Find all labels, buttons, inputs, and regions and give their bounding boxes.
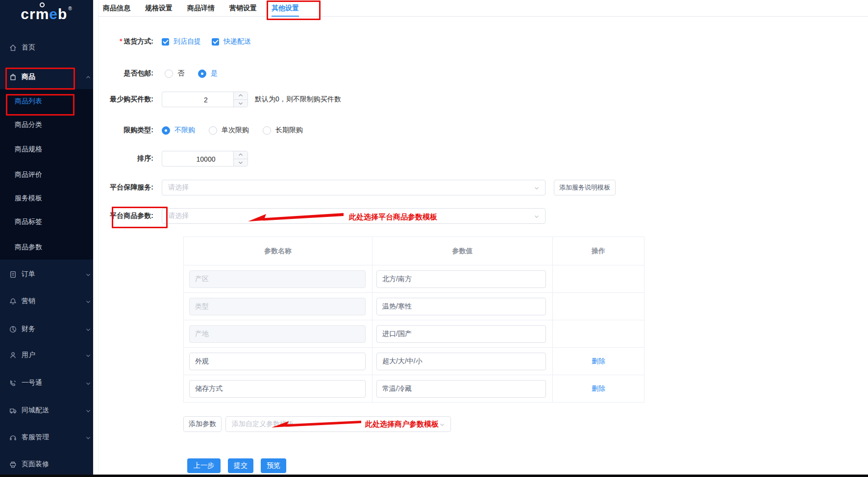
tab-spec-settings[interactable]: 规格设置 bbox=[145, 0, 173, 16]
sidebar-item-finance[interactable]: 财务 bbox=[0, 319, 93, 339]
tab-marketing-settings[interactable]: 营销设置 bbox=[229, 0, 257, 16]
sidebar-item-label: 客服管理 bbox=[22, 433, 49, 442]
field-label: 是否包邮: bbox=[93, 69, 153, 78]
chevron-down-icon bbox=[85, 298, 91, 306]
radio-label[interactable]: 否 bbox=[177, 69, 184, 78]
sidebar-item-label: 商品分类 bbox=[15, 120, 42, 129]
annotation-text-merchant-params: 此处选择商户参数模板 bbox=[365, 420, 439, 429]
radio-label[interactable]: 单次限购 bbox=[222, 126, 249, 135]
column-header-action: 操作 bbox=[553, 237, 644, 265]
sidebar-item-yihaotong[interactable]: 一号通 bbox=[0, 373, 93, 393]
param-name-input[interactable] bbox=[189, 380, 366, 398]
registered-mark: ® bbox=[68, 6, 72, 11]
sidebar-item-goods-spec[interactable]: 商品规格 bbox=[0, 140, 93, 159]
sidebar-item-label: 订单 bbox=[22, 270, 35, 279]
column-header-param-value: 参数值 bbox=[372, 237, 553, 265]
tab-goods-info[interactable]: 商品信息 bbox=[103, 0, 130, 16]
chevron-down-icon bbox=[85, 271, 91, 279]
increase-button[interactable] bbox=[234, 92, 248, 100]
logo-text-b: b bbox=[58, 6, 67, 22]
table-row bbox=[184, 320, 644, 348]
param-value-input[interactable] bbox=[376, 353, 546, 370]
sidebar-item-city-delivery[interactable]: 同城配送 bbox=[0, 401, 93, 420]
headset-icon bbox=[9, 433, 17, 442]
field-label: 限购类型: bbox=[93, 126, 153, 135]
sidebar-item-label: 财务 bbox=[22, 325, 35, 334]
add-param-button[interactable]: 添加参数 bbox=[183, 416, 222, 432]
table-header-row: 参数名称 参数值 操作 bbox=[184, 237, 644, 265]
decrease-button[interactable] bbox=[234, 159, 248, 167]
delete-row-link[interactable]: 删除 bbox=[592, 384, 605, 393]
tab-other-settings[interactable]: 其他设置 bbox=[272, 0, 299, 16]
sidebar-item-marketing[interactable]: 营销 bbox=[0, 291, 93, 311]
previous-step-button[interactable]: 上一步 bbox=[187, 458, 221, 473]
param-name-input[interactable] bbox=[189, 353, 366, 370]
sidebar: crmeb® 首页 商品 商品列表 商品分类 商品规格 商品评价 bbox=[0, 0, 93, 477]
chevron-up-icon bbox=[85, 74, 91, 82]
checkbox-store-pickup[interactable] bbox=[162, 38, 169, 46]
chevron-down-icon bbox=[439, 421, 445, 429]
sidebar-item-goods-list[interactable]: 商品列表 bbox=[0, 92, 93, 111]
logo-text-e: e bbox=[49, 6, 58, 22]
radio-label[interactable]: 长期限购 bbox=[275, 126, 303, 135]
sidebar-item-label: 同城配送 bbox=[22, 406, 49, 415]
param-value-input[interactable] bbox=[376, 298, 546, 315]
checkbox-label[interactable]: 到店自提 bbox=[174, 37, 201, 46]
sidebar-item-customer-service[interactable]: 客服管理 bbox=[0, 428, 93, 447]
sidebar-item-label: 商品列表 bbox=[15, 97, 42, 106]
param-value-input[interactable] bbox=[376, 270, 546, 288]
checkbox-label[interactable]: 快递配送 bbox=[223, 37, 251, 46]
sidebar-item-service-template[interactable]: 服务模板 bbox=[0, 189, 93, 208]
platform-service-select[interactable]: 请选择 bbox=[162, 180, 546, 195]
increase-button[interactable] bbox=[234, 151, 248, 159]
chevron-down-icon bbox=[85, 434, 91, 442]
param-value-input[interactable] bbox=[376, 380, 546, 398]
field-label: 平台保障服务: bbox=[93, 183, 153, 192]
radio-no-limit[interactable] bbox=[162, 126, 170, 135]
param-name-input bbox=[189, 325, 366, 343]
radio-label[interactable]: 是 bbox=[211, 69, 218, 78]
add-service-template-button[interactable]: 添加服务说明模板 bbox=[554, 180, 616, 195]
checkbox-express-delivery[interactable] bbox=[212, 38, 219, 46]
logo-text-m: m bbox=[36, 6, 50, 23]
delete-row-link[interactable]: 删除 bbox=[592, 357, 605, 366]
form-row-purchase-limit: 限购类型: 不限购 单次限购 长期限购 bbox=[93, 122, 317, 138]
radio-single-limit[interactable] bbox=[209, 126, 217, 135]
radio-free-shipping-yes[interactable] bbox=[198, 70, 206, 78]
brand-logo: crmeb® bbox=[0, 6, 93, 23]
form-row-platform-service: 平台保障服务: 请选择 添加服务说明模板 bbox=[93, 180, 616, 195]
sidebar-item-goods-tag[interactable]: 商品标签 bbox=[0, 212, 93, 232]
sidebar-item-page-decoration[interactable]: 页面装修 bbox=[0, 454, 93, 474]
sidebar-item-label: 页面装修 bbox=[22, 460, 49, 469]
sidebar-item-goods[interactable]: 商品 bbox=[0, 67, 93, 87]
sidebar-item-users[interactable]: 用户 bbox=[0, 345, 93, 365]
sidebar-item-home[interactable]: 首页 bbox=[0, 38, 93, 57]
chevron-down-icon bbox=[534, 213, 540, 221]
finance-icon bbox=[9, 325, 17, 334]
submit-button[interactable]: 提交 bbox=[228, 458, 253, 473]
sidebar-item-goods-params[interactable]: 商品参数 bbox=[0, 238, 93, 257]
table-row: 删除 bbox=[184, 375, 644, 402]
sidebar-item-orders[interactable]: 订单 bbox=[0, 264, 93, 284]
user-icon bbox=[9, 351, 17, 359]
params-table: 参数名称 参数值 操作 删除 bbox=[183, 237, 645, 403]
page: crmeb® 首页 商品 商品列表 商品分类 商品规格 商品评价 bbox=[0, 0, 868, 477]
tab-goods-detail[interactable]: 商品详情 bbox=[187, 0, 215, 16]
preview-button[interactable]: 预览 bbox=[261, 458, 286, 473]
param-name-input bbox=[189, 298, 366, 315]
chevron-down-icon bbox=[85, 380, 91, 388]
radio-free-shipping-no[interactable] bbox=[165, 70, 173, 78]
table-row bbox=[184, 265, 644, 293]
sidebar-item-goods-category[interactable]: 商品分类 bbox=[0, 115, 93, 135]
sidebar-item-goods-review[interactable]: 商品评价 bbox=[0, 165, 93, 185]
param-name-input bbox=[189, 270, 366, 288]
radio-longterm-limit[interactable] bbox=[263, 126, 271, 135]
sidebar-item-label: 服务模板 bbox=[15, 194, 42, 203]
table-row bbox=[184, 293, 644, 320]
decrease-button[interactable] bbox=[234, 100, 248, 107]
field-label: *送货方式: bbox=[93, 37, 153, 46]
param-value-input[interactable] bbox=[376, 325, 546, 343]
min-purchase-hint: 默认为0，则不限制购买件数 bbox=[255, 95, 341, 104]
main-content: 商品信息 规格设置 商品详情 营销设置 其他设置 *送货方式: 到店自提 快递配… bbox=[93, 0, 868, 477]
radio-label[interactable]: 不限购 bbox=[174, 126, 195, 135]
